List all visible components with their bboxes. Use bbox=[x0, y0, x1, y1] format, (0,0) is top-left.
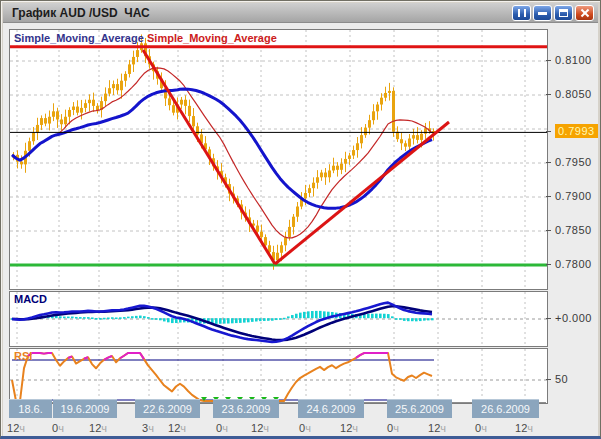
time-label: 12ч bbox=[251, 422, 269, 434]
date-box[interactable]: 24.6.2009 bbox=[298, 399, 364, 418]
rsi-mid-label: 50 bbox=[555, 373, 568, 385]
time-axis[interactable]: 18.6.19.6.200922.6.200923.6.200924.6.200… bbox=[3, 401, 598, 438]
macd-zero-label: +0.000 bbox=[555, 312, 592, 324]
rsi-chart bbox=[10, 349, 547, 403]
time-label: 0ч bbox=[52, 422, 64, 434]
macd-label: MACD bbox=[14, 293, 47, 305]
time-label: 3ч bbox=[142, 422, 154, 434]
sma-label-slow: Simple_Moving_Average bbox=[14, 32, 144, 44]
axis-tick bbox=[546, 131, 551, 132]
date-box[interactable]: 22.6.2009 bbox=[135, 399, 200, 418]
date-box[interactable]: 18.6. bbox=[9, 399, 52, 418]
axis-tick bbox=[546, 94, 551, 95]
axis-tick bbox=[546, 60, 551, 61]
date-box[interactable]: 19.6.2009 bbox=[53, 399, 117, 418]
candlestick-chart bbox=[10, 30, 547, 289]
minimize-icon bbox=[538, 12, 547, 15]
rsi-panel[interactable]: RSI bbox=[9, 348, 548, 404]
time-label: 0ч bbox=[216, 422, 228, 434]
current-price-label: 0.7993 bbox=[555, 124, 598, 138]
date-box[interactable]: 23.6.2009 bbox=[213, 399, 279, 418]
price-tick-label: 0.7900 bbox=[555, 190, 592, 202]
time-label: 12ч bbox=[7, 422, 25, 434]
close-icon bbox=[580, 8, 590, 18]
macd-panel[interactable]: MACD bbox=[9, 291, 548, 347]
axis-tick bbox=[546, 264, 551, 265]
rsi-label: RSI bbox=[14, 350, 32, 362]
price-tick-label: 0.7850 bbox=[555, 224, 592, 236]
time-label: 12ч bbox=[428, 422, 446, 434]
time-label: 12ч bbox=[515, 422, 533, 434]
axis-tick bbox=[546, 196, 551, 197]
time-label: 12ч bbox=[89, 422, 107, 434]
axis-tick bbox=[546, 379, 551, 380]
macd-chart bbox=[10, 292, 547, 346]
time-label: 0ч bbox=[475, 422, 487, 434]
time-label: 12ч bbox=[340, 422, 358, 434]
close-button[interactable] bbox=[575, 5, 594, 21]
sma-label-fast: Simple_Moving_Average bbox=[147, 32, 277, 44]
maximize-button[interactable] bbox=[554, 5, 573, 21]
axis-tick bbox=[546, 230, 551, 231]
main-chart-panel[interactable]: Simple_Moving_Average Simple_Moving_Aver… bbox=[9, 29, 548, 290]
pause-button[interactable] bbox=[512, 5, 531, 21]
price-axis[interactable]: 0.81000.80500.79500.79000.78500.78000.79… bbox=[546, 23, 600, 436]
date-box[interactable]: 25.6.2009 bbox=[387, 399, 452, 418]
date-box[interactable]: 26.6.2009 bbox=[472, 399, 539, 418]
price-tick-label: 0.7950 bbox=[555, 156, 592, 168]
time-label: 0ч bbox=[387, 422, 399, 434]
window-title: График AUD /USD ЧАС bbox=[3, 6, 150, 20]
title-bar[interactable]: График AUD /USD ЧАС bbox=[3, 3, 598, 23]
maximize-icon bbox=[559, 9, 568, 17]
time-label: 0ч bbox=[299, 422, 311, 434]
minimize-button[interactable] bbox=[533, 5, 552, 21]
price-tick-label: 0.8050 bbox=[555, 88, 592, 100]
pause-icon bbox=[518, 9, 526, 17]
price-tick-label: 0.7800 bbox=[555, 258, 592, 270]
time-label: 12ч bbox=[168, 422, 186, 434]
chart-window: График AUD /USD ЧАС Simple_Moving_Averag… bbox=[0, 0, 601, 439]
price-tick-label: 0.8100 bbox=[555, 54, 592, 66]
axis-tick bbox=[546, 162, 551, 163]
axis-tick bbox=[546, 318, 551, 319]
window-controls bbox=[510, 5, 594, 21]
chart-content: Simple_Moving_Average Simple_Moving_Aver… bbox=[3, 23, 598, 436]
